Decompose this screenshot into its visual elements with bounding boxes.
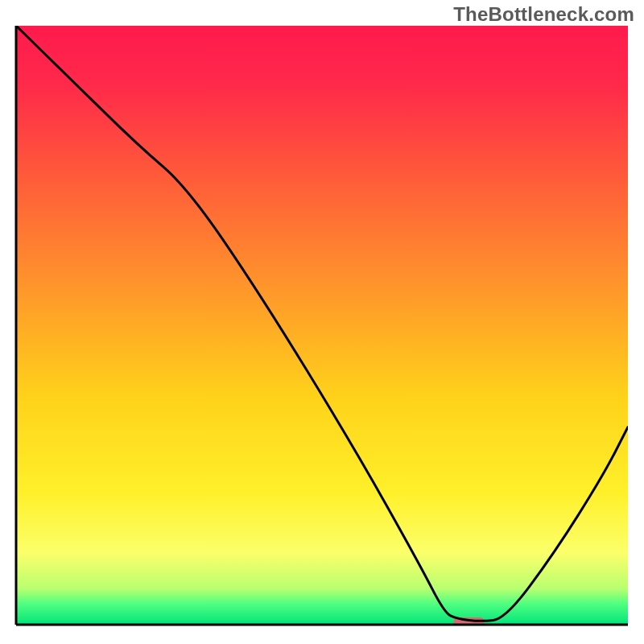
watermark-text: TheBottleneck.com bbox=[453, 3, 634, 26]
bottleneck-chart bbox=[0, 0, 644, 644]
chart-container: TheBottleneck.com bbox=[0, 0, 644, 644]
